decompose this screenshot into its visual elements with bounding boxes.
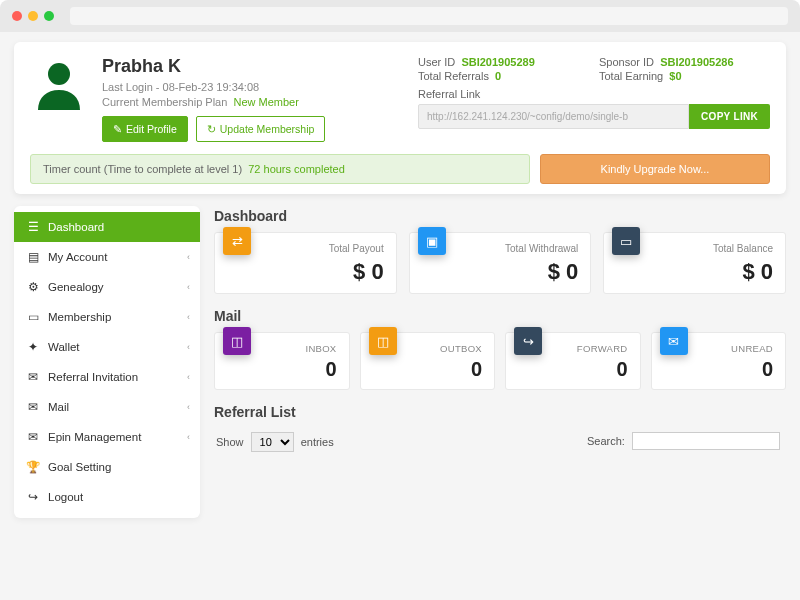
chevron-left-icon: ‹ <box>187 282 190 292</box>
entries-label: entries <box>301 436 334 448</box>
update-membership-button[interactable]: ↻ Update Membership <box>196 116 326 142</box>
minimize-dot[interactable] <box>28 11 38 21</box>
dashboard-cards: ⇄ Total Payout $ 0 ▣ Total Withdrawal $ … <box>214 232 786 294</box>
page-size-select[interactable]: 10 <box>251 432 294 452</box>
sidebar-label: My Account <box>48 251 107 263</box>
sidebar-label: Logout <box>48 491 83 503</box>
reflink-label: Referral Link <box>418 88 770 100</box>
chevron-left-icon: ‹ <box>187 312 190 322</box>
card-label: Total Balance <box>713 243 773 254</box>
card-value: 0 <box>616 358 627 381</box>
search-control: Search: <box>587 432 784 452</box>
profile-card: Prabha K Last Login - 08-Feb-23 19:34:08… <box>14 42 786 194</box>
sidebar-item-wallet[interactable]: ✦Wallet‹ <box>14 332 200 362</box>
sidebar-label: Referral Invitation <box>48 371 138 383</box>
mail-cards: ◫ INBOX 0 ◫ OUTBOX 0 ↪ FORWARD 0 ✉ UNREA… <box>214 332 786 390</box>
sidebar-label: Membership <box>48 311 111 323</box>
sidebar-item-membership[interactable]: ▭Membership‹ <box>14 302 200 332</box>
dashboard-icon: ☰ <box>26 220 40 234</box>
browser-chrome <box>0 0 800 32</box>
entries-control: Show 10 entries <box>216 432 334 452</box>
content-area: Dashboard ⇄ Total Payout $ 0 ▣ Total Wit… <box>214 206 786 518</box>
sidebar-label: Wallet <box>48 341 80 353</box>
card-value: $ 0 <box>742 259 773 285</box>
referrals-label: Total Referrals <box>418 70 489 82</box>
search-input[interactable] <box>632 432 780 450</box>
sidebar-item-logout[interactable]: ↪Logout <box>14 482 200 512</box>
card-inbox[interactable]: ◫ INBOX 0 <box>214 332 350 390</box>
balance-icon: ▭ <box>612 227 640 255</box>
earning-value: $0 <box>669 70 681 82</box>
maximize-dot[interactable] <box>44 11 54 21</box>
card-forward[interactable]: ↪ FORWARD 0 <box>505 332 641 390</box>
show-label: Show <box>216 436 244 448</box>
profile-name: Prabha K <box>102 56 404 77</box>
chevron-left-icon: ‹ <box>187 252 190 262</box>
card-label: Total Withdrawal <box>505 243 578 254</box>
copy-link-button[interactable]: COPY LINK <box>689 104 770 129</box>
card-unread[interactable]: ✉ UNREAD 0 <box>651 332 787 390</box>
edit-profile-button[interactable]: ✎ Edit Profile <box>102 116 188 142</box>
section-header-dashboard: Dashboard <box>214 208 786 224</box>
sidebar: ☰Dashboard ▤My Account‹ ⚙Genealogy‹ ▭Mem… <box>14 206 200 518</box>
profile-info: Prabha K Last Login - 08-Feb-23 19:34:08… <box>102 56 404 142</box>
sidebar-item-goal-setting[interactable]: 🏆Goal Setting <box>14 452 200 482</box>
card-value: 0 <box>762 358 773 381</box>
card-outbox[interactable]: ◫ OUTBOX 0 <box>360 332 496 390</box>
chevron-left-icon: ‹ <box>187 372 190 382</box>
sidebar-label: Mail <box>48 401 69 413</box>
sidebar-item-my-account[interactable]: ▤My Account‹ <box>14 242 200 272</box>
sponsor-label: Sponsor ID <box>599 56 654 68</box>
search-label: Search: <box>587 435 625 447</box>
card-value: $ 0 <box>548 259 579 285</box>
timer-label: Timer count (Time to complete at level 1… <box>43 163 242 175</box>
last-login: Last Login - 08-Feb-23 19:34:08 <box>102 81 404 93</box>
card-total-balance: ▭ Total Balance $ 0 <box>603 232 786 294</box>
sidebar-item-mail[interactable]: ✉Mail‹ <box>14 392 200 422</box>
sidebar-label: Genealogy <box>48 281 104 293</box>
update-membership-label: Update Membership <box>220 123 315 135</box>
wallet-icon: ✦ <box>26 340 40 354</box>
mail-icon: ✉ <box>26 400 40 414</box>
card-total-withdrawal: ▣ Total Withdrawal $ 0 <box>409 232 592 294</box>
timer-value: 72 hours completed <box>248 163 345 175</box>
tree-icon: ⚙ <box>26 280 40 294</box>
card-value: 0 <box>471 358 482 381</box>
user-icon: ▤ <box>26 250 40 264</box>
sidebar-item-genealogy[interactable]: ⚙Genealogy‹ <box>14 272 200 302</box>
inbox-icon: ◫ <box>223 327 251 355</box>
close-dot[interactable] <box>12 11 22 21</box>
page-body: Prabha K Last Login - 08-Feb-23 19:34:08… <box>0 32 800 600</box>
forward-icon: ↪ <box>514 327 542 355</box>
sponsor-value: SBI201905286 <box>660 56 733 68</box>
unread-icon: ✉ <box>660 327 688 355</box>
url-bar[interactable] <box>70 7 788 25</box>
section-header-referral-list: Referral List <box>214 404 786 420</box>
upgrade-banner[interactable]: Kindly Upgrade Now... <box>540 154 770 184</box>
userid-value: SBI201905289 <box>461 56 534 68</box>
card-icon: ▭ <box>26 310 40 324</box>
section-header-mail: Mail <box>214 308 786 324</box>
chevron-left-icon: ‹ <box>187 342 190 352</box>
sidebar-item-dashboard[interactable]: ☰Dashboard <box>14 212 200 242</box>
logout-icon: ↪ <box>26 490 40 504</box>
referral-link-input[interactable] <box>418 104 689 129</box>
userid-label: User ID <box>418 56 455 68</box>
earning-label: Total Earning <box>599 70 663 82</box>
trophy-icon: 🏆 <box>26 460 40 474</box>
card-label: UNREAD <box>731 343 773 354</box>
membership-plan: Current Membership Plan New Member <box>102 96 404 108</box>
envelope-icon: ✉ <box>26 370 40 384</box>
card-label: OUTBOX <box>440 343 482 354</box>
timer-banner: Timer count (Time to complete at level 1… <box>30 154 530 184</box>
sidebar-label: Dashboard <box>48 221 104 233</box>
outbox-icon: ◫ <box>369 327 397 355</box>
sidebar-item-referral-invitation[interactable]: ✉Referral Invitation‹ <box>14 362 200 392</box>
withdrawal-icon: ▣ <box>418 227 446 255</box>
sidebar-item-epin[interactable]: ✉Epin Management‹ <box>14 422 200 452</box>
plan-label: Current Membership Plan <box>102 96 227 108</box>
chevron-left-icon: ‹ <box>187 402 190 412</box>
pencil-icon: ✎ <box>113 123 122 135</box>
payout-icon: ⇄ <box>223 227 251 255</box>
card-value: $ 0 <box>353 259 384 285</box>
